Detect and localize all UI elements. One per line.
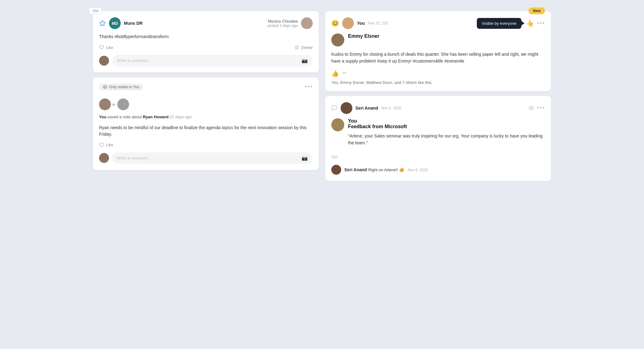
poster-info: Monica Chivatee posted 2 days ago [268,19,298,28]
only-visible-label: Only visible to You [109,85,139,89]
reaction-row: 👍 [331,70,545,77]
emmy-post-body: Kudos to Emmy for closing a bunch of dea… [331,51,545,65]
comment-input-2[interactable]: Write a comment... 📷 [112,152,313,164]
emmy-name-block: Emmy Elsner [348,33,379,39]
note-you: You [99,115,107,119]
svg-point-1 [104,86,106,88]
delete-label: Delete [301,45,313,50]
avatar-you-emmy [342,17,354,29]
delete-button[interactable]: Delete [294,45,313,50]
heart-icon [99,45,104,50]
post-card-1: Old MD Muns DR Monica Chivatee posted 2 … [93,11,319,72]
post-text-content: Thanks #boldlyperformandtransform [99,34,169,39]
post-text: Thanks #boldlyperformandtransform [99,33,313,40]
card2-actions: Like [99,142,313,147]
seri-header-right: ••• [529,105,545,111]
visible-tooltip: Visible by everyone [477,18,522,29]
heart-icon-2 [99,142,104,147]
note-description: You saved a note about Ryan Howard 21 da… [99,114,313,120]
comment-placeholder-2: Write a comment... [117,156,151,160]
menu-dots-emmy[interactable]: ••• [537,20,545,27]
comment-placeholder-1: Write a comment... [117,58,151,63]
only-visible-badge: Only visible to You [99,84,143,90]
seri-comment-content: Seri Anand Right on Arlene!! 🥳 Nov 8, 20… [344,167,428,172]
likes-text: You, Emmy Elsner, Matthew Dunn, and 7 ot… [331,80,545,85]
muns-name: Muns DR [124,21,143,26]
card1-comment-area: Write a comment... 📷 [99,55,313,66]
card1-header-right: Monica Chivatee posted 2 days ago [268,17,313,29]
arrow-icon: ▶ [113,102,115,107]
trash-icon [294,45,299,50]
menu-dots-seri[interactable]: ••• [537,105,545,111]
emmy-post-date: Nov 10, 202 [368,21,388,25]
poster-time: posted 2 days ago [268,24,298,28]
feedback-body: "Arlene, your Sales seminar was truly in… [348,133,545,146]
left-panel: Old MD Muns DR Monica Chivatee posted 2 … [93,6,319,181]
cursor-icon: 👆 [526,20,534,27]
emmy-card-header: 😊 You Nov 10, 202 Visible by everyone 👆 … [331,17,545,29]
note-time: 21 days ago [170,115,192,119]
emmy-card: New 😊 You Nov 10, 202 Visible by everyon… [325,11,551,91]
card1-header: MD Muns DR Monica Chivatee posted 2 days… [99,17,313,29]
thumbsup-icon[interactable]: 👍 [331,70,339,77]
seri-post-header: You Feedback from Microsoft "Arlene, you… [331,118,545,151]
seri-header: Seri Anand Nov 6, 2020 ••• [331,102,545,114]
emmy-author-header: Emmy Elsner [331,33,545,46]
tooltip-arrow [521,21,524,25]
seri-name: Seri Anand [355,106,378,111]
seri-post-content-block: You Feedback from Microsoft "Arlene, you… [348,118,545,151]
comment-lines-icon [342,71,348,76]
comment-avatar-2 [99,153,109,163]
lines-icon [331,155,338,160]
right-panel: New 😊 You Nov 10, 202 Visible by everyon… [325,6,551,181]
seri-header-left: Seri Anand Nov 6, 2020 [331,102,401,114]
new-badge: New [529,7,545,14]
you-name-seri: You [348,118,545,124]
poster-name: Monica Chivatee [268,19,298,24]
avatar-seri [341,102,352,114]
svg-marker-0 [100,20,105,26]
card2-comment-area: Write a comment... 📷 [99,152,313,164]
menu-dots-2[interactable]: ••• [305,84,313,90]
emmy-header-left: 😊 You Nov 10, 202 [331,17,388,29]
comment-input-1[interactable]: Write a comment... 📷 [112,55,313,66]
avatar-emmy [331,33,344,46]
comment-time: Nov 8, 2020 [408,168,428,172]
old-badge: Old [89,7,102,14]
seri-date: Nov 6, 2020 [381,106,401,110]
emmy-header-actions: Visible by everyone 👆 ••• [477,18,545,29]
feedback-title: Feedback from Microsoft [348,124,545,129]
like-label-2: Like [106,142,113,147]
note-action: saved a note about [107,115,142,119]
message-icon [331,105,337,111]
avatar-ryan [117,98,129,110]
card1-actions: Like Delete [99,45,313,50]
eye-icon-seri [529,105,534,111]
comment-avatar-1 [99,56,109,66]
avatar-muns: MD [109,17,121,29]
like-button-2[interactable]: Like [99,142,113,147]
like-button-1[interactable]: Like [99,45,113,50]
smiley-icon: 😊 [331,20,339,27]
note-person: Ryan Howard [143,115,168,119]
post-card-2: Only visible to You ••• ▶ You saved a no… [93,77,319,170]
star-icon [99,20,106,27]
tooltip-container: Visible by everyone 👆 [477,18,534,29]
you-poster: You [357,21,365,26]
camera-icon-1: 📷 [302,58,308,63]
emmy-name: Emmy Elsner [348,33,379,39]
tooltip-text: Visible by everyone [482,21,517,26]
like-label-1: Like [106,45,113,50]
seri-card: Seri Anand Nov 6, 2020 ••• You Feedback … [325,96,551,181]
comment-divider-icon [331,155,545,161]
note-body-text: Ryan needs to be mindful of our deadline… [99,124,313,137]
avatar-monica [301,17,313,29]
seri-comment-row: Seri Anand Right on Arlene!! 🥳 Nov 8, 20… [331,165,545,175]
eye-icon-badge [103,85,107,89]
avatar-you-note [99,98,111,110]
svg-point-4 [531,107,532,109]
note-avatars: ▶ [99,98,313,110]
card1-header-left: MD Muns DR [99,17,143,29]
camera-icon-2: 📷 [302,155,308,161]
comment-text: Right on Arlene!! 🥳 [368,168,404,172]
